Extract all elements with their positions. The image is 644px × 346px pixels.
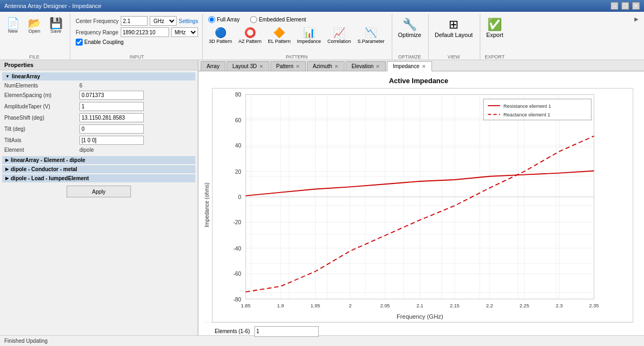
impedance-icon: 📊 [303,27,315,39]
optimize-button[interactable]: 🔧 Optimize [396,16,424,40]
elpattern-icon: 🔶 [273,27,285,39]
subsection-conductor-metal[interactable]: ▶ dipole - Conductor - metal [2,165,195,173]
toolbar-file-section: 📄 New 📂 Open 💾 Save FILE [3,14,70,60]
export-button[interactable]: ✅ Export [484,16,506,40]
azpattern-button[interactable]: ⭕ AZ Pattern [236,25,264,46]
defaultlayout-label: Default Layout [435,32,473,38]
tab-elevation-close[interactable]: ✕ [376,64,380,69]
chart-container: Active Impedance Impedance (ohms) [199,71,644,345]
svg-text:2: 2 [349,303,352,308]
elements-input[interactable] [254,326,319,337]
triangle-icon: ▶ [5,167,9,172]
svg-text:1.85: 1.85 [241,303,251,308]
svg-text:1.9: 1.9 [277,303,284,308]
table-row: NumElements 6 [2,82,195,90]
tab-elevation[interactable]: Elevation ✕ [346,61,386,71]
phaseshift-input[interactable] [79,113,144,122]
tab-impedance-close[interactable]: ✕ [422,64,426,69]
freq-range-row: Frequency Range MHzGHz [76,27,198,37]
tab-azimuth-label: Azimuth [313,63,332,69]
sparameter-icon: 📉 [365,27,377,39]
optimize-section: 🔧 Optimize OPTIMIZE [396,14,429,60]
chart-inner: 80 60 40 20 0 -20 -40 [212,88,633,322]
element-value: dipole [77,146,195,154]
subsection-label: dipole - Load - lumpedElement [11,175,89,181]
center-freq-unit-select[interactable]: GHzMHz [150,16,177,26]
svg-text:2.05: 2.05 [380,303,390,308]
tab-pattern[interactable]: Pattern ✕ [270,61,306,71]
3dpattern-icon: 🔵 [215,27,226,39]
tab-impedance-label: Impedance [393,63,419,69]
svg-text:-40: -40 [233,246,241,252]
view-section-label: VIEW [432,53,475,60]
correlation-button[interactable]: 📈 Correlation [325,25,354,46]
tab-layout3d-close[interactable]: ✕ [259,64,264,69]
elements-row: Elements (1-6) [204,322,633,340]
close-button[interactable]: ✕ [632,2,640,10]
embedded-element-radio[interactable] [250,16,257,23]
y-axis-label: Impedance (ohms) [204,88,210,322]
tilt-input[interactable] [79,124,144,134]
svg-text:2.15: 2.15 [450,303,459,308]
minimize-button[interactable]: – [611,2,618,10]
amplitudetaper-input[interactable] [79,102,144,111]
center-freq-input[interactable] [121,16,148,26]
lineararray-section-title[interactable]: ▼ linearArray [2,72,195,80]
tab-pattern-close[interactable]: ✕ [296,64,300,69]
input-section-label: INPUT [76,53,198,60]
apply-button[interactable]: Apply [67,186,131,197]
tab-azimuth-close[interactable]: ✕ [334,64,339,69]
sparameter-button[interactable]: 📉 S.Parameter [355,25,387,46]
defaultlayout-icon: ⊞ [449,18,458,32]
subsection-label: dipole - Conductor - metal [11,166,77,172]
tiltaxis-input[interactable] [79,136,144,145]
freq-range-unit-select[interactable]: MHzGHz [171,27,198,37]
table-row: TiltAxis [2,135,195,146]
properties-table: NumElements 6 ElemenSpacing (m) Amplitud… [2,82,195,154]
save-button[interactable]: 💾 Save [46,16,65,35]
toolbar-expand[interactable]: ▶ [632,14,641,24]
tab-azimuth[interactable]: Azimuth ✕ [307,61,345,71]
tilt-value [77,123,195,135]
file-buttons: 📄 New 📂 Open 💾 Save [3,14,65,35]
center-freq-row: Center Frequency GHzMHz Settings [76,16,198,26]
export-icon: ✅ [487,18,502,32]
elpattern-button[interactable]: 🔶 EL Pattern [265,25,293,46]
3dpattern-label: 3D Pattern [209,39,232,44]
impedance-label: Impedance [297,39,321,44]
elements-label: Elements (1-6) [215,328,250,334]
phaseshift-label: PhaseShift (deg) [2,112,77,123]
3dpattern-button[interactable]: 🔵 3D Pattern [206,25,235,46]
svg-text:1.95: 1.95 [311,303,320,308]
enable-coupling-row: Enable Coupling [76,39,198,46]
tab-array[interactable]: Array [201,61,225,71]
open-button[interactable]: 📂 Open [25,16,44,35]
toolbar-input-section: Center Frequency GHzMHz Settings Frequen… [74,14,203,60]
export-section: ✅ Export EXPORT [484,14,510,60]
chart-wrapper: Impedance (ohms) [204,88,633,322]
tiltaxis-value [77,135,195,146]
tab-layout3d[interactable]: Layout 3D ✕ [226,61,269,71]
title-text: Antenna Array Designer - Impedance [4,3,101,9]
tabs-bar: Array Layout 3D ✕ Pattern ✕ Azimuth ✕ El… [199,60,644,71]
new-button[interactable]: 📄 New [3,16,23,35]
restore-button[interactable]: ❐ [621,2,629,10]
settings-link[interactable]: Settings [179,18,198,24]
impedance-button[interactable]: 📊 Impedance [294,25,324,46]
freq-range-input[interactable] [121,27,169,37]
elemenspacing-input[interactable] [79,91,144,100]
main-area: Properties ▼ linearArray NumElements 6 E… [0,60,644,335]
optimize-buttons: 🔧 Optimize [396,14,424,40]
tab-impedance[interactable]: Impedance ✕ [387,61,431,71]
defaultlayout-button[interactable]: ⊞ Default Layout [432,16,475,40]
export-buttons: ✅ Export [484,14,506,40]
enable-coupling-checkbox[interactable] [76,39,83,46]
svg-text:60: 60 [235,117,241,123]
correlation-icon: 📈 [333,27,345,39]
tilt-label: Tilt (deg) [2,123,77,135]
subsection-load-lumped[interactable]: ▶ dipole - Load - lumpedElement [2,174,195,182]
subsection-element-dipole[interactable]: ▶ linearArray - Element - dipole [2,156,195,164]
triangle-icon: ▶ [5,158,9,163]
new-label: New [8,28,18,34]
full-array-radio[interactable] [208,16,215,23]
